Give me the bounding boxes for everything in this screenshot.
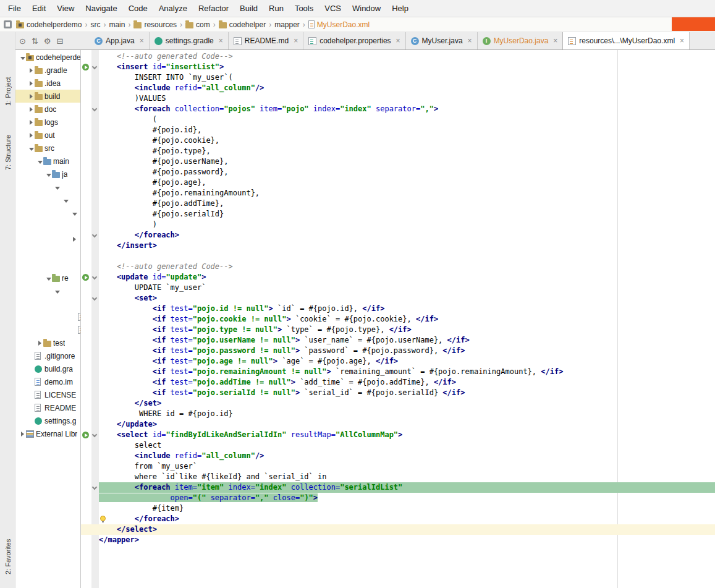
chevron-down-icon[interactable] xyxy=(54,185,61,190)
code-line[interactable]: <if test="pojo.addTime != null"> `add_ti… xyxy=(81,377,715,388)
breadcrumb-item-myuserdao-xml[interactable]: MyUserDao.xml xyxy=(308,20,370,29)
tab-close-icon[interactable]: × xyxy=(396,36,400,45)
stripe-button-7-structure[interactable]: 7: Structure xyxy=(0,120,15,185)
settings-gear-icon[interactable]: ⚙ xyxy=(44,37,51,45)
tree-item-readme[interactable]: README xyxy=(15,401,80,414)
fold-marker-icon[interactable] xyxy=(92,296,97,300)
tree-item-out[interactable]: out xyxy=(15,129,80,142)
code-line[interactable]: <if test="pojo.type != null"> `type` = #… xyxy=(81,325,715,335)
code-line[interactable]: #{pojo.cookie}, xyxy=(81,135,715,146)
notification-strip[interactable] xyxy=(672,17,715,31)
code-line[interactable]: ( xyxy=(81,114,715,125)
code-line[interactable]: ) xyxy=(81,219,715,230)
code-line[interactable]: <select id="findByIdLikeAndSerialIdIn" r… xyxy=(81,430,715,440)
tree-item-main[interactable]: main xyxy=(15,155,80,168)
chevron-down-icon[interactable] xyxy=(19,55,26,60)
tree-item-re[interactable]: re xyxy=(15,271,80,284)
project-tree[interactable]: codehelperdemo.gradle.ideabuilddoclogsou… xyxy=(15,50,81,588)
tree-item-build-gra[interactable]: build.gra xyxy=(15,362,80,375)
code-line[interactable]: INSERT INTO `my_user`( xyxy=(81,72,715,83)
code-line[interactable]: <update id="update"> xyxy=(81,272,715,283)
code-line[interactable]: <!--auto generated Code--> xyxy=(81,51,715,62)
fold-marker-icon[interactable] xyxy=(92,485,97,490)
tree-item-logs[interactable]: logs xyxy=(15,116,80,129)
chevron-right-icon[interactable] xyxy=(19,432,26,437)
chevron-right-icon[interactable] xyxy=(28,81,35,86)
code-line[interactable]: #{pojo.type}, xyxy=(81,146,715,156)
locate-file-icon[interactable]: ⊙ xyxy=(19,37,26,45)
tree-item-clipped[interactable] xyxy=(15,194,80,207)
code-line[interactable]: open="(" separator="," close=")"> xyxy=(81,493,715,503)
chevron-down-icon[interactable] xyxy=(36,159,43,164)
code-line[interactable]: </foreach> xyxy=(81,514,715,524)
tree-item-gradle[interactable]: .gradle xyxy=(15,64,80,77)
tree-item-clipped[interactable] xyxy=(15,310,80,323)
mybatis-nav-icon[interactable] xyxy=(82,274,89,281)
tree-item-demo-im[interactable]: demo.im xyxy=(15,375,80,388)
tab-settings-gradle[interactable]: settings.gradle× xyxy=(150,32,229,49)
menu-view[interactable]: View xyxy=(51,0,80,17)
code-line[interactable]: UPDATE `my_user` xyxy=(81,283,715,293)
breadcrumb-item-codehelper[interactable]: codehelper xyxy=(219,20,266,29)
code-line[interactable]: <if test="pojo.remainingAmount != null">… xyxy=(81,367,715,377)
chevron-down-icon[interactable] xyxy=(45,276,52,281)
tree-item-external-libr[interactable]: External Libr xyxy=(15,427,80,440)
code-line[interactable]: #{item} xyxy=(81,503,715,514)
collapse-all-icon[interactable]: ⇅ xyxy=(32,37,38,45)
fold-marker-icon[interactable] xyxy=(92,64,97,69)
menu-window[interactable]: Window xyxy=(347,0,386,17)
code-line[interactable]: WHERE id = #{pojo.id} xyxy=(81,409,715,419)
tab-close-icon[interactable]: × xyxy=(468,36,472,45)
code-line[interactable]: from `my_user` xyxy=(81,461,715,472)
breadcrumb-item-src[interactable]: src xyxy=(90,20,100,29)
code-line[interactable]: </mapper> xyxy=(81,535,715,545)
code-line[interactable]: <if test="pojo.password != null"> `passw… xyxy=(81,346,715,356)
code-line[interactable]: #{pojo.password}, xyxy=(81,167,715,177)
tree-item-settings-g[interactable]: settings.g xyxy=(15,414,80,427)
code-line[interactable]: #{pojo.id}, xyxy=(81,125,715,135)
tree-item-idea[interactable]: .idea xyxy=(15,77,80,90)
breadcrumb-item-codehelperdemo[interactable]: codehelperdemo xyxy=(16,20,82,29)
fold-marker-icon[interactable] xyxy=(92,232,97,237)
chevron-right-icon[interactable] xyxy=(71,237,78,242)
tree-item-doc[interactable]: doc xyxy=(15,103,80,116)
stripe-button-1-project[interactable]: 1: Project xyxy=(0,67,15,116)
chevron-down-icon[interactable] xyxy=(62,198,69,203)
menu-build[interactable]: Build xyxy=(234,0,263,17)
code-line[interactable]: <include refid="all_column"/> xyxy=(81,451,715,461)
breadcrumb-item-mapper[interactable]: mapper xyxy=(274,20,300,29)
code-line[interactable]: #{pojo.serialId} xyxy=(81,209,715,219)
breadcrumb-item-resources[interactable]: resources xyxy=(133,20,177,29)
chevron-right-icon[interactable] xyxy=(28,94,35,99)
tree-item-gitignore[interactable]: .gitignore xyxy=(15,349,80,362)
tab-close-icon[interactable]: × xyxy=(680,36,684,45)
chevron-right-icon[interactable] xyxy=(28,107,35,112)
tab-app-java[interactable]: App.java× xyxy=(90,32,150,49)
tree-item-clipped[interactable] xyxy=(15,284,80,297)
code-line[interactable]: <if test="pojo.cookie != null"> `cookie`… xyxy=(81,314,715,325)
tree-item-ja[interactable]: ja xyxy=(15,168,80,181)
tree-item-src[interactable]: src xyxy=(15,142,80,155)
menu-vcs[interactable]: VCS xyxy=(319,0,347,17)
code-line[interactable]: </select> xyxy=(81,524,715,535)
code-line[interactable]: #{pojo.remainingAmount}, xyxy=(81,188,715,198)
chevron-down-icon[interactable] xyxy=(28,146,35,151)
stripe-button-2-favorites[interactable]: 2: Favorites xyxy=(0,527,15,586)
breadcrumb-item-main[interactable]: main xyxy=(109,20,125,29)
intention-bulb-icon[interactable] xyxy=(100,516,106,521)
chevron-down-icon[interactable] xyxy=(45,172,52,177)
tree-item-clipped[interactable] xyxy=(15,245,80,258)
code-area[interactable]: <!--auto generated Code--> <insert id="i… xyxy=(81,50,715,545)
tree-item-clipped[interactable] xyxy=(15,258,80,271)
menu-run[interactable]: Run xyxy=(263,0,289,17)
code-line[interactable]: )VALUES xyxy=(81,93,715,104)
menu-code[interactable]: Code xyxy=(123,0,153,17)
tab-close-icon[interactable]: × xyxy=(553,36,557,45)
tree-item-clipped[interactable] xyxy=(15,181,80,194)
code-line[interactable]: #{pojo.userName}, xyxy=(81,156,715,167)
tab-close-icon[interactable]: × xyxy=(140,36,144,45)
code-line[interactable] xyxy=(81,251,715,262)
menu-refactor[interactable]: Refactor xyxy=(193,0,234,17)
menu-navigate[interactable]: Navigate xyxy=(80,0,122,17)
tab-resources-myuserdao-xml[interactable]: resources\...\MyUserDao.xml× xyxy=(562,32,690,49)
